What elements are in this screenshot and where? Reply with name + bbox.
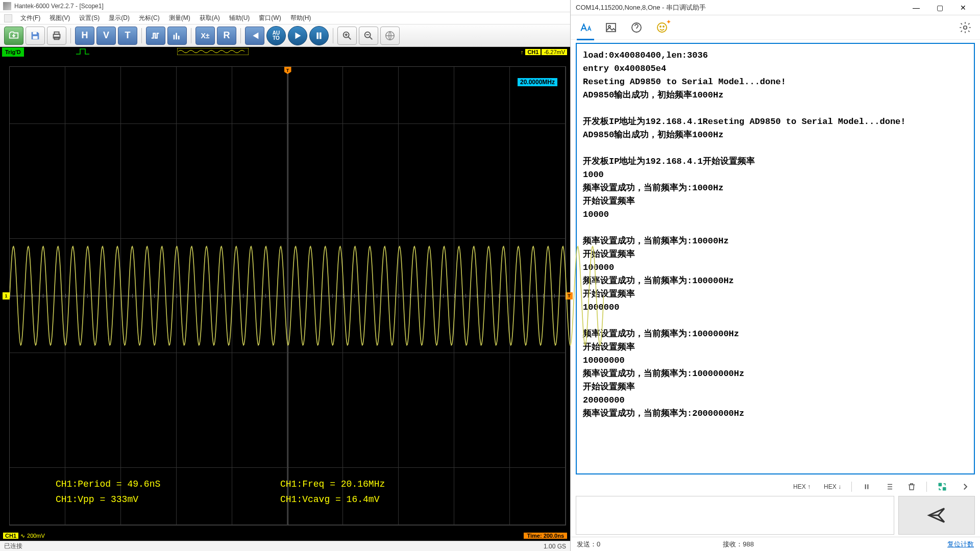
sine-indicator <box>177 48 249 56</box>
svg-rect-22 <box>867 484 868 489</box>
oscilloscope-window: Hantek-6000 Ver2.2.7 - [Scope1] 文件(F) 视图… <box>0 0 571 551</box>
scope-toolbar: H V T X± R AUTO <box>0 24 570 47</box>
forward-button[interactable] <box>958 480 973 493</box>
globe-button[interactable] <box>380 27 400 45</box>
sync-button[interactable] <box>934 480 950 493</box>
menu-settings[interactable]: 设置(S) <box>75 13 104 23</box>
window-controls: — ▢ ✕ <box>904 1 975 15</box>
settings-button[interactable] <box>958 20 973 35</box>
h-button[interactable]: H <box>75 27 94 45</box>
svg-point-17 <box>657 23 667 32</box>
send-button[interactable] <box>898 496 975 535</box>
trigger-status: Trig'D <box>2 47 24 57</box>
hex-up-button[interactable]: HEX ↑ <box>790 480 814 493</box>
v-button[interactable]: V <box>96 27 116 45</box>
svg-point-18 <box>660 26 661 27</box>
ch-value: -6.27mV <box>542 49 567 55</box>
menu-help[interactable]: 帮助(H) <box>286 13 315 23</box>
menu-utility[interactable]: 辅助(U) <box>225 13 254 23</box>
scope-titlebar: Hantek-6000 Ver2.2.7 - [Scope1] <box>0 0 570 12</box>
frequency-badge: 20.0000MHz <box>518 78 557 86</box>
svg-rect-14 <box>606 23 616 32</box>
wave-ac-icon: ∿ <box>20 533 25 539</box>
app-icon <box>3 2 11 10</box>
ch-label: CH1 <box>525 49 541 55</box>
bars-button[interactable] <box>167 27 187 45</box>
auto-button[interactable]: AUTO <box>266 26 286 45</box>
serial-window: COM14,115200,None,8,One - 串口调试助手 — ▢ ✕ ✦… <box>571 0 980 551</box>
ch-badge[interactable]: CH1 <box>3 533 18 539</box>
menu-file[interactable]: 文件(F) <box>16 13 44 23</box>
emoji-button[interactable]: ✦ <box>654 20 670 35</box>
help-button[interactable] <box>629 20 644 35</box>
delete-button[interactable] <box>904 480 919 493</box>
menu-acquire[interactable]: 获取(A) <box>195 13 224 23</box>
scope-status-bar: Trig'D ↑ CH1 -6.27mV <box>0 47 570 57</box>
serial-input[interactable] <box>576 496 894 535</box>
ch1-marker[interactable]: 1 <box>3 292 10 299</box>
svg-rect-21 <box>865 484 866 489</box>
r-button[interactable]: R <box>217 27 236 45</box>
serial-output[interactable]: load:0x40080400,len:3036 entry 0x400805e… <box>576 43 975 474</box>
trigger-marker[interactable]: T <box>284 67 291 74</box>
connection-status: 已连接 <box>4 542 22 550</box>
menu-cursor[interactable]: 光标(C) <box>135 13 164 23</box>
save-button[interactable] <box>26 27 45 45</box>
scope-grid: T 1 T 20.0000MHz CH1:Period = 49.6nS CH1… <box>9 66 566 525</box>
zoomin-button[interactable] <box>337 27 357 45</box>
pulse-button[interactable] <box>146 27 165 45</box>
play-button[interactable] <box>288 26 307 45</box>
svg-rect-6 <box>176 33 177 39</box>
svg-rect-0 <box>33 32 36 34</box>
vertical-scale: 200mV <box>27 533 45 539</box>
pause-rx-button[interactable] <box>859 480 874 493</box>
measurement-freq: CH1:Freq = 20.16MHz <box>280 479 385 489</box>
svg-point-20 <box>964 26 967 29</box>
measurement-vcavg: CH1:Vcavg = 16.4mV <box>280 494 379 505</box>
svg-rect-8 <box>316 32 318 39</box>
menu-display[interactable]: 显示(D) <box>105 13 134 23</box>
pause-button[interactable] <box>309 26 329 45</box>
svg-rect-5 <box>174 35 175 39</box>
serial-toolbar: ✦ <box>571 15 980 40</box>
print-button[interactable] <box>47 27 66 45</box>
svg-rect-9 <box>320 32 322 39</box>
text-mode-button[interactable] <box>578 20 593 35</box>
menu-window[interactable]: 窗口(W) <box>255 13 285 23</box>
xplus-button[interactable]: X± <box>195 27 215 45</box>
scope-title: Hantek-6000 Ver2.2.7 - [Scope1] <box>14 3 104 10</box>
zoomout-button[interactable] <box>359 27 378 45</box>
scope-display[interactable]: T 1 T 20.0000MHz CH1:Period = 49.6nS CH1… <box>0 57 570 531</box>
hex-down-button[interactable]: HEX ↓ <box>821 480 844 493</box>
menu-view[interactable]: 视图(V) <box>45 13 74 23</box>
waveform <box>10 241 604 351</box>
scope-menubar: 文件(F) 视图(V) 设置(S) 显示(D) 光标(C) 测量(M) 获取(A… <box>0 12 570 24</box>
pulse-icon <box>75 48 95 56</box>
scope-statusbar: 已连接 1.00 GS <box>0 541 570 551</box>
rewind-button[interactable] <box>245 27 264 45</box>
serial-title: COM14,115200,None,8,One - 串口调试助手 <box>576 3 706 12</box>
serial-titlebar: COM14,115200,None,8,One - 串口调试助手 — ▢ ✕ <box>571 0 980 15</box>
menu-measure[interactable]: 测量(M) <box>165 13 194 23</box>
svg-point-19 <box>663 26 664 27</box>
svg-rect-3 <box>54 32 59 34</box>
svg-rect-24 <box>943 487 946 491</box>
close-button[interactable]: ✕ <box>951 1 975 15</box>
image-mode-button[interactable] <box>603 20 619 35</box>
svg-rect-13 <box>177 48 249 55</box>
maximize-button[interactable]: ▢ <box>928 1 951 15</box>
serial-statusbar: 发送：0 接收：988 复位计数 <box>571 537 980 551</box>
open-button[interactable] <box>4 27 23 45</box>
scope-footer-scales: CH1 ∿ 200mV Time: 200.0ns <box>0 531 570 541</box>
svg-rect-1 <box>33 36 37 39</box>
edge-icon: ↑ <box>521 49 524 55</box>
menubar-app-icon[interactable] <box>4 14 12 22</box>
svg-rect-7 <box>178 36 180 39</box>
t-button[interactable]: T <box>118 27 137 45</box>
time-scale: Time: 200.0ns <box>524 533 567 539</box>
reset-counter-link[interactable]: 复位计数 <box>947 540 974 549</box>
recv-count: 接收：988 <box>723 540 754 549</box>
list-button[interactable] <box>881 480 897 493</box>
minimize-button[interactable]: — <box>904 1 928 15</box>
serial-input-row <box>571 496 980 537</box>
